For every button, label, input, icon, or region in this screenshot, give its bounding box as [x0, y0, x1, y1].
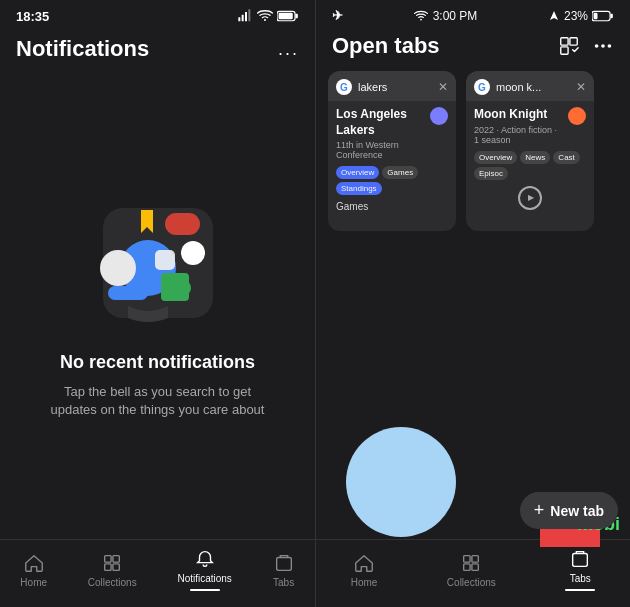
home-icon-left [23, 552, 45, 574]
status-center-right: 3:00 PM [414, 9, 478, 23]
nav-collections-right[interactable]: Collections [447, 552, 496, 588]
signal-icon [237, 8, 253, 24]
tab-close-moonknight[interactable]: ✕ [576, 80, 586, 94]
chip-news-mk: News [520, 151, 550, 164]
svg-rect-26 [594, 12, 598, 18]
nav-notifications-left[interactable]: Notifications [177, 548, 231, 591]
svg-rect-22 [276, 557, 291, 570]
svg-rect-13 [165, 213, 200, 235]
play-triangle-mk: ▶ [528, 193, 534, 202]
time-right: 3:00 PM [433, 9, 478, 23]
empty-title: No recent notifications [60, 352, 255, 373]
nav-home-label-left: Home [20, 577, 47, 588]
svg-point-30 [595, 44, 599, 48]
chip-overview-mk: Overview [474, 151, 517, 164]
nav-home-left[interactable]: Home [20, 552, 47, 588]
svg-rect-27 [561, 38, 568, 45]
nav-collections-label-right: Collections [447, 577, 496, 588]
nav-home-label-right: Home [351, 577, 378, 588]
nav-active-indicator-left [190, 589, 220, 591]
header-left: Notifications ... [0, 28, 315, 78]
chip-games-lakers: Games [382, 166, 418, 179]
tabs-icon-left [273, 552, 295, 574]
collections-icon-right [460, 552, 482, 574]
empty-subtitle: Tap the bell as you search to get update… [48, 383, 268, 419]
nav-notifications-label-left: Notifications [177, 573, 231, 584]
svg-rect-37 [573, 554, 588, 567]
blue-circle-decoration [346, 427, 456, 537]
left-panel: 18:35 Notifica [0, 0, 315, 607]
bottom-nav-right: Home Collections Tabs [316, 539, 630, 607]
svg-rect-35 [464, 563, 470, 569]
select-tabs-icon[interactable] [558, 35, 580, 57]
svg-point-14 [181, 241, 205, 265]
menu-button-left[interactable]: ... [278, 39, 299, 60]
tab-site-title-moonknight: Moon Knight [474, 107, 564, 123]
chips-moonknight: Overview News Cast Episoc [474, 151, 586, 180]
nav-home-right[interactable]: Home [351, 552, 378, 588]
collections-icon-left [101, 552, 123, 574]
svg-point-4 [264, 19, 266, 21]
nav-tabs-label-left: Tabs [273, 577, 294, 588]
page-title-right: Open tabs [332, 33, 440, 59]
time-left: 18:35 [16, 9, 49, 24]
tab-card-moonknight[interactable]: G moon k... ✕ Moon Knight 2022 · Action … [466, 71, 594, 231]
bell-icon-left [194, 548, 216, 570]
status-bar-right: ✈ 3:00 PM 23% [316, 0, 630, 27]
nav-tabs-label-right: Tabs [570, 573, 591, 584]
svg-rect-28 [570, 38, 577, 45]
status-bar-left: 18:35 [0, 0, 315, 28]
chip-cast-mk: Cast [553, 151, 579, 164]
nav-tabs-left[interactable]: Tabs [273, 552, 295, 588]
svg-point-17 [175, 280, 191, 296]
favicon-lakers: G [336, 79, 352, 95]
svg-rect-25 [610, 13, 612, 18]
tab-close-lakers[interactable]: ✕ [438, 80, 448, 94]
tab-title-moonknight: moon k... [496, 81, 570, 93]
svg-rect-15 [108, 286, 148, 300]
svg-rect-36 [472, 563, 478, 569]
svg-rect-0 [238, 17, 240, 21]
tab-title-lakers: lakers [358, 81, 432, 93]
tab-site-subtitle-lakers: 11th in Western Conference [336, 140, 426, 160]
play-area-mk[interactable]: ▶ [474, 186, 586, 210]
nav-collections-left[interactable]: Collections [88, 552, 137, 588]
svg-rect-34 [472, 555, 478, 561]
battery-text: 23% [564, 9, 588, 23]
nav-active-indicator-right [565, 589, 595, 591]
chip-overview-lakers: Overview [336, 166, 379, 179]
airplane-icon: ✈ [332, 8, 343, 23]
tab-header-moonknight: G moon k... ✕ [466, 71, 594, 101]
svg-rect-18 [105, 555, 111, 561]
wifi-icon-left [257, 8, 273, 24]
right-panel: ✈ 3:00 PM 23% Open tabs [315, 0, 630, 607]
new-tab-button[interactable]: + New tab [520, 492, 618, 529]
tab-section-lakers: Games [336, 201, 448, 212]
battery-icon-right [592, 10, 614, 22]
new-tab-label: New tab [550, 503, 604, 519]
more-icon-right[interactable] [592, 35, 614, 57]
tab-site-title-lakers: Los Angeles Lakers [336, 107, 426, 138]
tab-card-lakers[interactable]: G lakers ✕ Los Angeles Lakers 11th in We… [328, 71, 456, 231]
chip-episode-mk: Episoc [474, 167, 508, 180]
nav-collections-label-left: Collections [88, 577, 137, 588]
status-icons-left [237, 8, 299, 24]
play-button-mk[interactable]: ▶ [518, 186, 542, 210]
tabs-icon-right [569, 548, 591, 570]
svg-rect-1 [242, 15, 244, 22]
battery-icon-left [277, 10, 299, 22]
wifi-icon-right [414, 9, 428, 23]
svg-rect-6 [295, 14, 297, 19]
svg-point-10 [100, 250, 136, 286]
bottom-nav-left: Home Collections Notifications [0, 539, 315, 607]
nav-tabs-right[interactable]: Tabs [565, 548, 595, 591]
home-icon-right [353, 552, 375, 574]
svg-rect-29 [561, 47, 568, 54]
svg-rect-20 [105, 563, 111, 569]
favicon-letter-lakers: G [340, 82, 348, 93]
svg-point-31 [601, 44, 605, 48]
tab-header-lakers: G lakers ✕ [328, 71, 456, 101]
header-right: Open tabs [316, 27, 630, 71]
chip-standings-lakers: Standings [336, 182, 382, 195]
svg-rect-21 [113, 563, 119, 569]
